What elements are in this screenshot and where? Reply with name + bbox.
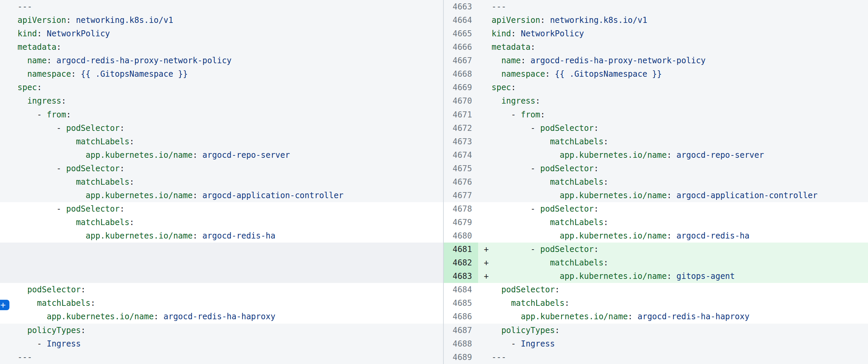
code-cell: app.kubernetes.io/name: argocd-redis-ha: [0, 229, 443, 242]
diff-row-left: ---: [0, 351, 443, 364]
diff-marker-cell: [478, 0, 492, 13]
code-token: :: [66, 15, 76, 25]
line-number-cell[interactable]: 4663: [444, 0, 478, 13]
line-number-cell[interactable]: 4678: [444, 202, 478, 216]
code-token: apiVersion: [18, 15, 66, 25]
code-token: -: [492, 164, 540, 173]
line-number-cell[interactable]: 4672: [444, 122, 478, 135]
code-token: ---: [492, 2, 506, 11]
code-cell: matchLabels:: [0, 216, 443, 229]
empty-placeholder-cell: [0, 242, 443, 256]
line-number-cell[interactable]: 4681: [444, 242, 478, 256]
empty-placeholder-cell: [0, 269, 443, 283]
code-cell: namespace: {{ .GitopsNamespace }}: [0, 67, 443, 81]
code-cell: name: argocd-redis-ha-proxy-network-poli…: [0, 54, 443, 67]
diff-row-right: 4675 - podSelector:: [444, 162, 868, 175]
code-cell: ---: [492, 0, 868, 13]
line-number-cell[interactable]: 4675: [444, 162, 478, 175]
code-token: :: [594, 124, 598, 133]
code-token: [492, 258, 550, 267]
diff-row-right: 4676 matchLabels:: [444, 175, 868, 189]
code-token: podSelector: [540, 204, 594, 213]
code-cell: - podSelector:: [492, 242, 868, 256]
code-token: -: [18, 339, 47, 349]
diff-right-pane: 4663---4664apiVersion: networking.k8s.io…: [443, 0, 868, 364]
code-token: [492, 285, 501, 294]
code-token: matchLabels: [550, 137, 603, 146]
code-token: app.kubernetes.io/name: [86, 231, 193, 240]
diff-row-right: 4672 - podSelector:: [444, 122, 868, 135]
line-number-cell[interactable]: 4680: [444, 229, 478, 242]
code-cell: matchLabels:: [0, 175, 443, 189]
code-token: -: [18, 124, 66, 133]
code-cell: policyTypes:: [0, 324, 443, 337]
line-number-cell[interactable]: 4671: [444, 108, 478, 122]
line-number-cell[interactable]: 4670: [444, 94, 478, 108]
line-number-cell[interactable]: 4664: [444, 13, 478, 27]
code-token: :: [511, 83, 516, 92]
diff-marker-cell: [478, 162, 492, 175]
diff-marker-cell: [478, 175, 492, 189]
add-comment-button[interactable]: +: [0, 300, 9, 310]
line-number-cell[interactable]: 4673: [444, 135, 478, 148]
line-number-cell[interactable]: 4688: [444, 337, 478, 351]
code-token: :: [47, 56, 57, 65]
line-number-cell[interactable]: 4666: [444, 40, 478, 54]
line-number-cell[interactable]: 4687: [444, 324, 478, 337]
diff-row-left: matchLabels:: [0, 296, 443, 310]
diff-row-right: 4687 policyTypes:: [444, 324, 868, 337]
code-token: :: [61, 96, 66, 106]
line-number-cell[interactable]: 4676: [444, 175, 478, 189]
diff-marker-cell: [478, 324, 492, 337]
line-number-cell[interactable]: 4686: [444, 310, 478, 323]
diff-row-left: [0, 256, 443, 269]
diff-row-right: 4665kind: NetworkPolicy: [444, 27, 868, 40]
code-cell: spec:: [0, 81, 443, 94]
diff-row-right: 4674 app.kubernetes.io/name: argocd-repo…: [444, 148, 868, 162]
line-number-cell[interactable]: 4669: [444, 81, 478, 94]
line-number-cell[interactable]: 4679: [444, 216, 478, 229]
line-number-cell[interactable]: 4689: [444, 351, 478, 364]
code-cell: app.kubernetes.io/name: argocd-redis-ha: [492, 229, 868, 242]
code-token: [492, 96, 501, 106]
diff-marker-cell: [478, 148, 492, 162]
diff-row-right: 4679 matchLabels:: [444, 216, 868, 229]
code-cell: matchLabels:: [0, 296, 443, 310]
line-number-cell[interactable]: 4677: [444, 189, 478, 202]
code-cell: app.kubernetes.io/name: argocd-repo-serv…: [492, 148, 868, 162]
code-token: -: [492, 204, 540, 213]
code-cell: - from:: [492, 108, 868, 122]
line-number-cell[interactable]: 4667: [444, 54, 478, 67]
line-number-cell[interactable]: 4674: [444, 148, 478, 162]
code-token: :: [91, 298, 95, 308]
code-token: [492, 218, 550, 227]
code-token: argocd-redis-ha: [203, 231, 275, 240]
code-token: :: [66, 110, 71, 120]
code-token: policyTypes: [501, 326, 555, 335]
diff-row-left: app.kubernetes.io/name: argocd-redis-ha-…: [0, 310, 443, 323]
code-token: :: [666, 191, 676, 200]
line-number-cell[interactable]: 4683: [444, 269, 478, 283]
diff-row-left: app.kubernetes.io/name: argocd-redis-ha: [0, 229, 443, 242]
diff-marker-cell: [478, 13, 492, 27]
code-token: {{ .GitopsNamespace }}: [81, 69, 188, 79]
line-number-cell[interactable]: 4684: [444, 283, 478, 296]
code-token: argocd-repo-server: [676, 151, 764, 160]
code-token: matchLabels: [76, 218, 129, 227]
code-cell: apiVersion: networking.k8s.io/v1: [492, 13, 868, 27]
diff-row-right: 4678 - podSelector:: [444, 202, 868, 216]
diff-row-right: 4669spec:: [444, 81, 868, 94]
line-number-cell[interactable]: 4682: [444, 256, 478, 269]
diff-marker-cell: [478, 351, 492, 364]
line-number-cell[interactable]: 4665: [444, 27, 478, 40]
code-token: -: [492, 339, 521, 349]
line-number-cell[interactable]: 4685: [444, 296, 478, 310]
code-cell: app.kubernetes.io/name: argocd-redis-ha-…: [0, 310, 443, 323]
code-token: :: [120, 124, 124, 133]
diff-row-left: [0, 242, 443, 256]
diff-marker-cell: [478, 310, 492, 323]
line-number-cell[interactable]: 4668: [444, 67, 478, 81]
code-cell: ingress:: [492, 94, 868, 108]
code-token: -: [492, 244, 540, 254]
diff-row-left: - podSelector:: [0, 202, 443, 216]
